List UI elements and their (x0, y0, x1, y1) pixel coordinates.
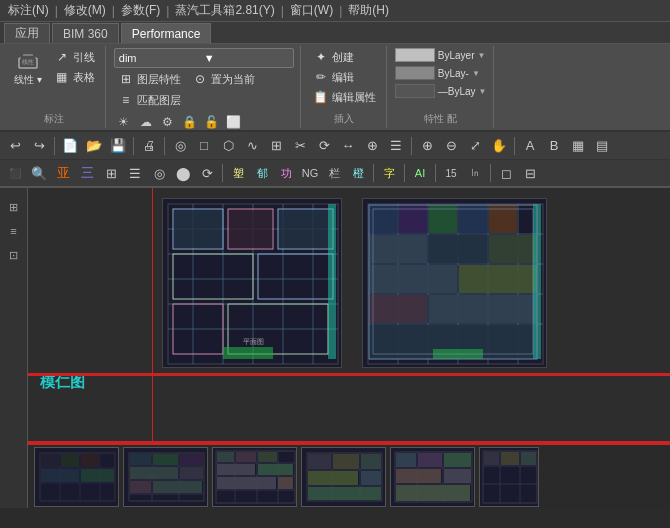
tool-undo[interactable]: ↩ (4, 135, 26, 157)
svg-rect-130 (501, 452, 519, 465)
tool-open[interactable]: 📂 (83, 135, 105, 157)
tab-performance[interactable]: Performance (121, 23, 212, 43)
menu-xiugai[interactable]: 修改(M) (64, 2, 106, 19)
svg-rect-46 (369, 235, 427, 263)
menu-biaozhu[interactable]: 标注(N) (8, 2, 49, 19)
tab-app[interactable]: 应用 (4, 23, 50, 43)
section-divider-1 (0, 374, 670, 376)
tool-4[interactable]: ∿ (241, 135, 263, 157)
tool2-1[interactable]: ⬛ (4, 162, 26, 184)
linetype-swatch[interactable] (395, 66, 435, 80)
bylayer-label-1: ByLayer (438, 50, 475, 61)
svg-rect-95 (217, 464, 255, 475)
svg-rect-106 (333, 454, 359, 469)
thumbnail-5[interactable] (390, 447, 475, 507)
btn-create[interactable]: ✦ 创建 (309, 48, 380, 66)
tool2-6[interactable]: ☰ (124, 162, 146, 184)
tool-2[interactable]: □ (193, 135, 215, 157)
tool2-ch7[interactable]: 字 (378, 162, 400, 184)
menu-canshu[interactable]: 参数(F) (121, 2, 160, 19)
layer-icon-6[interactable]: ⬜ (224, 112, 244, 132)
title-bar: 标注(N) | 修改(M) | 参数(F) | 蒸汽工具箱2.81(Y) | 窗… (0, 0, 670, 22)
tool2-num1[interactable]: 15 (440, 162, 462, 184)
tool-b[interactable]: B (543, 135, 565, 157)
leader-icon: ↗ (54, 49, 70, 65)
tool-10[interactable]: ☰ (385, 135, 407, 157)
lineweight-swatch[interactable] (395, 84, 435, 98)
bylayer-label-2: ByLay- (438, 68, 469, 79)
tool-pan[interactable]: ✋ (488, 135, 510, 157)
svg-rect-78 (153, 454, 178, 465)
tool2-7[interactable]: ◎ (148, 162, 170, 184)
tool2-ch8[interactable]: AI (409, 162, 431, 184)
tool-save[interactable]: 💾 (107, 135, 129, 157)
tool-a[interactable]: A (519, 135, 541, 157)
left-tool-3[interactable]: ⊡ (3, 244, 25, 266)
left-tool-1[interactable]: ⊞ (3, 196, 25, 218)
thumbnail-3[interactable] (212, 447, 297, 507)
menu-window[interactable]: 窗口(W) (290, 2, 333, 19)
svg-rect-120 (396, 469, 441, 483)
thumbnail-6[interactable] (479, 447, 539, 507)
tool-zoom-extent[interactable]: ⤢ (464, 135, 486, 157)
tool-6[interactable]: ✂ (289, 135, 311, 157)
svg-rect-80 (130, 467, 178, 479)
svg-rect-51 (369, 295, 427, 323)
tool2-extra1[interactable]: ◻ (495, 162, 517, 184)
tool-8[interactable]: ↔ (337, 135, 359, 157)
tool-1[interactable]: ◎ (169, 135, 191, 157)
tool2-5[interactable]: ⊞ (100, 162, 122, 184)
svg-rect-93 (236, 452, 256, 462)
color-swatch-main[interactable] (395, 48, 435, 62)
tool2-ch3[interactable]: 功 (275, 162, 297, 184)
tool2-2[interactable]: 🔍 (28, 162, 50, 184)
btn-table[interactable]: ▦ 表格 (50, 68, 99, 86)
tool-redo[interactable]: ↪ (28, 135, 50, 157)
tool-zoom-out[interactable]: ⊖ (440, 135, 462, 157)
tool-d[interactable]: ▤ (591, 135, 613, 157)
tool-9[interactable]: ⊕ (361, 135, 383, 157)
btn-leader[interactable]: ↗ 引线 (50, 48, 99, 66)
layer-icon-3[interactable]: ⚙ (158, 112, 178, 132)
tab-bim360[interactable]: BIM 360 (52, 23, 119, 43)
btn-edit[interactable]: ✏ 编辑 (309, 68, 380, 86)
layer-icon-2[interactable]: ☁ (136, 112, 156, 132)
tool2-3[interactable]: 亚 (52, 162, 74, 184)
tool2-ch2[interactable]: 郁 (251, 162, 273, 184)
btn-edit-attrs[interactable]: 📋 编辑属性 (309, 88, 380, 106)
tool2-ch6[interactable]: 橙 (347, 162, 369, 184)
layer-icon-5[interactable]: 🔓 (202, 112, 222, 132)
tool2-num2[interactable]: ㏑ (464, 162, 486, 184)
tool-3[interactable]: ⬡ (217, 135, 239, 157)
layer-icon-4[interactable]: 🔒 (180, 112, 200, 132)
menu-tools[interactable]: 蒸汽工具箱2.81(Y) (175, 2, 274, 19)
layer-icon-1[interactable]: ☀ (114, 112, 134, 132)
tool-7[interactable]: ⟳ (313, 135, 335, 157)
tool-zoom-in[interactable]: ⊕ (416, 135, 438, 157)
tool2-8[interactable]: ⬤ (172, 162, 194, 184)
thumbnail-2[interactable] (123, 447, 208, 507)
menu-help[interactable]: 帮助(H) (348, 2, 389, 19)
btn-match-layer[interactable]: ≡ 匹配图层 (114, 91, 185, 109)
tool2-ch5[interactable]: 栏 (323, 162, 345, 184)
tool2-4[interactable]: 三 (76, 162, 98, 184)
left-tool-2[interactable]: ≡ (3, 220, 25, 242)
svg-rect-65 (41, 454, 59, 467)
tool2-extra2[interactable]: ⊟ (519, 162, 541, 184)
tool-c[interactable]: ▦ (567, 135, 589, 157)
svg-rect-77 (130, 454, 151, 465)
ribbon-btn-linear[interactable]: 线性 线性 ▾ (10, 48, 46, 88)
tool2-ch4[interactable]: NG (299, 162, 321, 184)
tool-5[interactable]: ⊞ (265, 135, 287, 157)
tool-new[interactable]: 📄 (59, 135, 81, 157)
tool2-ch1[interactable]: 塑 (227, 162, 249, 184)
thumbnail-1[interactable] (34, 447, 119, 507)
btn-set-current[interactable]: ⊙ 置为当前 (188, 70, 259, 88)
tool-print[interactable]: 🖨 (138, 135, 160, 157)
layer-dropdown[interactable]: dim ▼ (114, 48, 294, 68)
svg-rect-98 (278, 477, 293, 489)
btn-layer-props[interactable]: ⊞ 图层特性 (114, 70, 185, 88)
tool2-9[interactable]: ⟳ (196, 162, 218, 184)
create-icon: ✦ (313, 49, 329, 65)
thumbnail-4[interactable] (301, 447, 386, 507)
